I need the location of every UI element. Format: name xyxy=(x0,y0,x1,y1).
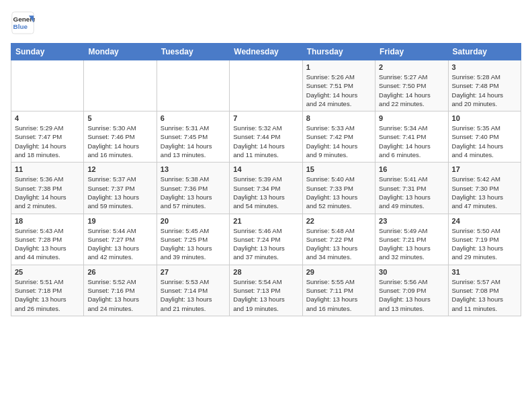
calendar-day-cell: 20Sunrise: 5:45 AMSunset: 7:25 PMDayligh… xyxy=(157,214,229,265)
day-info: Sunrise: 5:33 AMSunset: 7:42 PMDaylight:… xyxy=(306,124,371,159)
calendar-day-cell: 15Sunrise: 5:40 AMSunset: 7:33 PMDayligh… xyxy=(302,163,375,214)
calendar-day-cell: 31Sunrise: 5:57 AMSunset: 7:08 PMDayligh… xyxy=(448,265,521,316)
page-header: General Blue xyxy=(11,11,521,35)
day-number: 8 xyxy=(306,114,371,122)
calendar-day-cell xyxy=(230,60,302,111)
weekday-header: Friday xyxy=(375,44,448,60)
day-info: Sunrise: 5:27 AMSunset: 7:50 PMDaylight:… xyxy=(379,73,444,108)
day-number: 31 xyxy=(452,268,517,276)
day-number: 1 xyxy=(306,63,371,71)
calendar-day-cell: 16Sunrise: 5:41 AMSunset: 7:31 PMDayligh… xyxy=(375,163,448,214)
calendar-day-cell: 9Sunrise: 5:34 AMSunset: 7:41 PMDaylight… xyxy=(375,111,448,163)
day-number: 30 xyxy=(379,268,444,276)
day-info: Sunrise: 5:30 AMSunset: 7:46 PMDaylight:… xyxy=(87,124,152,159)
day-number: 22 xyxy=(306,217,371,225)
logo-icon: General Blue xyxy=(11,11,35,35)
day-number: 16 xyxy=(379,165,444,173)
day-number: 24 xyxy=(452,217,517,225)
calendar-day-cell: 23Sunrise: 5:49 AMSunset: 7:21 PMDayligh… xyxy=(375,214,448,265)
calendar-week-row: 1Sunrise: 5:26 AMSunset: 7:51 PMDaylight… xyxy=(11,60,521,111)
svg-text:Blue: Blue xyxy=(13,23,28,30)
day-info: Sunrise: 5:34 AMSunset: 7:41 PMDaylight:… xyxy=(379,124,444,159)
day-info: Sunrise: 5:31 AMSunset: 7:45 PMDaylight:… xyxy=(161,124,226,159)
calendar-day-cell: 30Sunrise: 5:56 AMSunset: 7:09 PMDayligh… xyxy=(375,265,448,316)
calendar-week-row: 18Sunrise: 5:43 AMSunset: 7:28 PMDayligh… xyxy=(11,214,521,265)
calendar-day-cell: 3Sunrise: 5:28 AMSunset: 7:48 PMDaylight… xyxy=(448,60,521,111)
day-info: Sunrise: 5:53 AMSunset: 7:14 PMDaylight:… xyxy=(161,277,226,313)
day-number: 2 xyxy=(379,63,444,71)
weekday-header: Tuesday xyxy=(157,44,229,60)
day-number: 14 xyxy=(233,165,298,173)
day-info: Sunrise: 5:41 AMSunset: 7:31 PMDaylight:… xyxy=(379,175,444,210)
calendar-day-cell: 25Sunrise: 5:51 AMSunset: 7:18 PMDayligh… xyxy=(11,265,84,316)
day-info: Sunrise: 5:32 AMSunset: 7:44 PMDaylight:… xyxy=(233,124,298,159)
calendar-day-cell: 29Sunrise: 5:55 AMSunset: 7:11 PMDayligh… xyxy=(302,265,375,316)
day-number: 9 xyxy=(379,114,444,122)
day-number: 12 xyxy=(87,165,152,173)
day-number: 7 xyxy=(233,114,298,122)
calendar-day-cell: 14Sunrise: 5:39 AMSunset: 7:34 PMDayligh… xyxy=(230,163,302,214)
calendar-day-cell: 6Sunrise: 5:31 AMSunset: 7:45 PMDaylight… xyxy=(157,111,229,163)
calendar-day-cell: 1Sunrise: 5:26 AMSunset: 7:51 PMDaylight… xyxy=(302,60,375,111)
day-info: Sunrise: 5:26 AMSunset: 7:51 PMDaylight:… xyxy=(306,73,371,108)
weekday-header: Wednesday xyxy=(230,44,302,60)
day-number: 15 xyxy=(306,165,371,173)
day-info: Sunrise: 5:51 AMSunset: 7:18 PMDaylight:… xyxy=(15,277,80,313)
day-number: 20 xyxy=(161,217,226,225)
day-info: Sunrise: 5:35 AMSunset: 7:40 PMDaylight:… xyxy=(452,124,517,159)
day-number: 17 xyxy=(452,165,517,173)
calendar-day-cell xyxy=(11,60,84,111)
day-info: Sunrise: 5:52 AMSunset: 7:16 PMDaylight:… xyxy=(87,277,152,313)
day-number: 10 xyxy=(452,114,517,122)
day-info: Sunrise: 5:45 AMSunset: 7:25 PMDaylight:… xyxy=(161,226,226,262)
calendar-table: SundayMondayTuesdayWednesdayThursdayFrid… xyxy=(11,43,521,316)
day-number: 13 xyxy=(161,165,226,173)
day-info: Sunrise: 5:40 AMSunset: 7:33 PMDaylight:… xyxy=(306,175,371,210)
calendar-day-cell: 12Sunrise: 5:37 AMSunset: 7:37 PMDayligh… xyxy=(84,163,157,214)
day-info: Sunrise: 5:48 AMSunset: 7:22 PMDaylight:… xyxy=(306,226,371,262)
day-info: Sunrise: 5:28 AMSunset: 7:48 PMDaylight:… xyxy=(452,73,517,108)
day-info: Sunrise: 5:56 AMSunset: 7:09 PMDaylight:… xyxy=(379,277,444,313)
day-info: Sunrise: 5:57 AMSunset: 7:08 PMDaylight:… xyxy=(452,277,517,313)
calendar-day-cell: 17Sunrise: 5:42 AMSunset: 7:30 PMDayligh… xyxy=(448,163,521,214)
day-info: Sunrise: 5:36 AMSunset: 7:38 PMDaylight:… xyxy=(15,175,80,210)
day-number: 4 xyxy=(15,114,80,122)
calendar-day-cell: 8Sunrise: 5:33 AMSunset: 7:42 PMDaylight… xyxy=(302,111,375,163)
calendar-day-cell: 24Sunrise: 5:50 AMSunset: 7:19 PMDayligh… xyxy=(448,214,521,265)
weekday-header: Monday xyxy=(84,44,157,60)
day-number: 28 xyxy=(233,268,298,276)
day-info: Sunrise: 5:39 AMSunset: 7:34 PMDaylight:… xyxy=(233,175,298,210)
day-info: Sunrise: 5:46 AMSunset: 7:24 PMDaylight:… xyxy=(233,226,298,262)
calendar-day-cell: 7Sunrise: 5:32 AMSunset: 7:44 PMDaylight… xyxy=(230,111,302,163)
calendar-day-cell: 26Sunrise: 5:52 AMSunset: 7:16 PMDayligh… xyxy=(84,265,157,316)
calendar-week-row: 4Sunrise: 5:29 AMSunset: 7:47 PMDaylight… xyxy=(11,111,521,163)
day-info: Sunrise: 5:37 AMSunset: 7:37 PMDaylight:… xyxy=(87,175,152,210)
calendar-day-cell: 22Sunrise: 5:48 AMSunset: 7:22 PMDayligh… xyxy=(302,214,375,265)
calendar-week-row: 11Sunrise: 5:36 AMSunset: 7:38 PMDayligh… xyxy=(11,163,521,214)
weekday-header: Saturday xyxy=(448,44,521,60)
weekday-header: Thursday xyxy=(302,44,375,60)
calendar-day-cell: 10Sunrise: 5:35 AMSunset: 7:40 PMDayligh… xyxy=(448,111,521,163)
weekday-header: Sunday xyxy=(11,44,84,60)
calendar-day-cell: 18Sunrise: 5:43 AMSunset: 7:28 PMDayligh… xyxy=(11,214,84,265)
day-number: 5 xyxy=(87,114,152,122)
day-number: 11 xyxy=(15,165,80,173)
day-info: Sunrise: 5:49 AMSunset: 7:21 PMDaylight:… xyxy=(379,226,444,262)
day-info: Sunrise: 5:43 AMSunset: 7:28 PMDaylight:… xyxy=(15,226,80,262)
day-number: 26 xyxy=(87,268,152,276)
calendar-day-cell: 2Sunrise: 5:27 AMSunset: 7:50 PMDaylight… xyxy=(375,60,448,111)
day-info: Sunrise: 5:42 AMSunset: 7:30 PMDaylight:… xyxy=(452,175,517,210)
day-info: Sunrise: 5:44 AMSunset: 7:27 PMDaylight:… xyxy=(87,226,152,262)
day-info: Sunrise: 5:29 AMSunset: 7:47 PMDaylight:… xyxy=(15,124,80,159)
day-info: Sunrise: 5:54 AMSunset: 7:13 PMDaylight:… xyxy=(233,277,298,313)
calendar-day-cell: 28Sunrise: 5:54 AMSunset: 7:13 PMDayligh… xyxy=(230,265,302,316)
calendar-day-cell xyxy=(157,60,229,111)
calendar-day-cell: 4Sunrise: 5:29 AMSunset: 7:47 PMDaylight… xyxy=(11,111,84,163)
day-number: 18 xyxy=(15,217,80,225)
day-number: 25 xyxy=(15,268,80,276)
day-number: 3 xyxy=(452,63,517,71)
calendar-day-cell: 5Sunrise: 5:30 AMSunset: 7:46 PMDaylight… xyxy=(84,111,157,163)
calendar-day-cell: 21Sunrise: 5:46 AMSunset: 7:24 PMDayligh… xyxy=(230,214,302,265)
calendar-day-cell: 13Sunrise: 5:38 AMSunset: 7:36 PMDayligh… xyxy=(157,163,229,214)
day-info: Sunrise: 5:38 AMSunset: 7:36 PMDaylight:… xyxy=(161,175,226,210)
